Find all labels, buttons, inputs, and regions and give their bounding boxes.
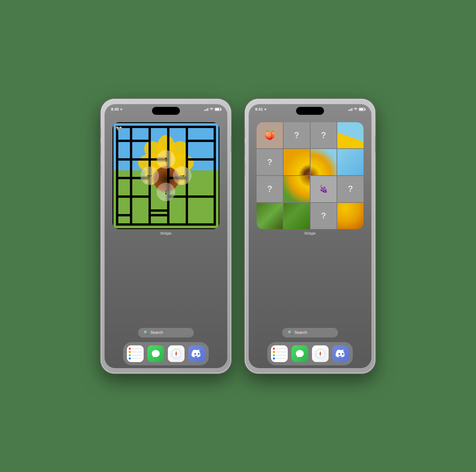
dock-app-safari-left[interactable] [168, 345, 185, 362]
mystery-q-0-2: ? [321, 130, 326, 140]
puzzle-cell-2-1 [284, 176, 310, 202]
puzzle-cell-1-0: ? [256, 149, 283, 175]
dock-app-reminders-right[interactable] [271, 345, 288, 362]
status-icons-right [348, 108, 365, 111]
puzzle-widget-container: 🍑 ? ? ? [256, 122, 363, 236]
battery-icon-left [215, 108, 221, 111]
battery-icon-right [359, 108, 365, 111]
puzzle-cell-0-2: ? [310, 122, 337, 149]
mute-button-right[interactable] [245, 129, 245, 138]
mystery-q-1-0: ? [267, 157, 272, 167]
signal-icon-left [204, 108, 208, 111]
puzzle-cell-2-0: ? [256, 176, 283, 202]
brightness-icon-left: ☀ [120, 108, 122, 111]
puzzle-widget-label: Widgle [305, 232, 316, 236]
wifi-icon-left [210, 108, 213, 111]
status-icons-left [204, 108, 221, 111]
brightness-icon-right: ☀ [264, 108, 267, 111]
arrow-left-button[interactable]: ← [140, 166, 159, 185]
arrow-down-button[interactable]: ↓ [157, 183, 175, 201]
search-label-left: Search [150, 330, 163, 335]
svg-point-0 [211, 110, 212, 110]
dock-app-discord-left[interactable] [188, 345, 205, 362]
maze-widget-container: 🐭 ↑ ↓ ← → Widgle [113, 122, 220, 236]
puzzle-cell-0-3 [337, 122, 363, 149]
puzzle-cell-1-2 [310, 149, 337, 175]
safari-icon-left [170, 348, 182, 360]
maze-widget[interactable]: 🐭 ↑ ↓ ← → [113, 122, 220, 229]
screen-content-right: 🍑 ? ? ? [249, 113, 371, 368]
dock-app-messages-right[interactable] [291, 345, 308, 362]
arrow-right-button[interactable]: → [173, 166, 191, 185]
search-bar-right[interactable]: 🔍 Search [282, 328, 338, 337]
search-bar-left[interactable]: 🔍 Search [138, 328, 194, 337]
screen-content-left: 🐭 ↑ ↓ ← → Widgle 🔍 [105, 113, 227, 368]
power-button[interactable] [231, 136, 231, 152]
volume-down-button-right[interactable] [245, 161, 245, 175]
puzzle-cell-1-1 [284, 149, 310, 175]
screen-right: 8:41 ☀ [249, 104, 371, 368]
dock-right [267, 342, 353, 365]
puzzle-cell-3-0 [256, 203, 283, 229]
puzzle-widget[interactable]: 🍑 ? ? ? [256, 122, 363, 229]
phone-left: 8:40 ☀ [101, 99, 231, 373]
messages-icon-right [295, 349, 305, 359]
discord-icon-right [335, 350, 346, 358]
maze-widget-label: Widgle [160, 232, 172, 236]
safari-icon-right [314, 348, 326, 360]
search-icon-left: 🔍 [144, 330, 149, 335]
screen-left: 8:40 ☀ [105, 104, 227, 368]
dock-app-discord-right[interactable] [332, 345, 349, 362]
mystery-q-2-3: ? [348, 184, 353, 194]
svg-point-47 [355, 110, 356, 110]
dock-app-safari-right[interactable] [312, 345, 329, 362]
puzzle-cell-0-0: 🍑 [256, 122, 283, 149]
discord-icon-left [191, 350, 202, 358]
arrow-up-button[interactable]: ↑ [157, 150, 175, 169]
dynamic-island-right [296, 107, 324, 115]
arrow-cross: ↑ ↓ ← → [140, 150, 191, 201]
mystery-q-2-0: ? [267, 184, 272, 194]
mute-button[interactable] [101, 129, 101, 138]
signal-icon-right [348, 108, 352, 111]
dock-left [123, 342, 209, 365]
status-time-right: 8:41 [255, 107, 263, 112]
puzzle-cell-0-1: ? [284, 122, 310, 149]
dynamic-island-left [152, 107, 180, 115]
volume-down-button[interactable] [101, 161, 101, 175]
puzzle-cell-1-3 [337, 149, 363, 175]
puzzle-cell-2-2: 🍇 [310, 176, 337, 202]
search-label-right: Search [294, 330, 307, 335]
mystery-q-3-2: ? [321, 211, 326, 221]
mouse-icon: 🐭 [116, 125, 122, 132]
search-icon-right: 🔍 [288, 330, 293, 335]
puzzle-cell-3-2: ? [310, 203, 337, 229]
volume-up-button[interactable] [101, 143, 101, 157]
power-button-right[interactable] [375, 136, 375, 152]
grape-emoji: 🍇 [319, 185, 328, 193]
puzzle-cell-2-3: ? [337, 176, 363, 202]
puzzle-cell-3-1 [284, 203, 310, 229]
dock-app-reminders-left[interactable] [127, 345, 144, 362]
messages-icon-left [151, 349, 161, 359]
phone-right: 8:41 ☀ [245, 99, 375, 373]
mystery-q-0-1: ? [294, 130, 299, 140]
volume-up-button-right[interactable] [245, 143, 245, 157]
puzzle-cell-3-3 [337, 203, 363, 229]
dock-app-messages-left[interactable] [147, 345, 164, 362]
status-time-left: 8:40 [111, 107, 119, 112]
arrow-controls: ↑ ↓ ← → [113, 122, 220, 229]
wifi-icon-right [354, 108, 357, 111]
peach-emoji: 🍑 [264, 130, 275, 140]
